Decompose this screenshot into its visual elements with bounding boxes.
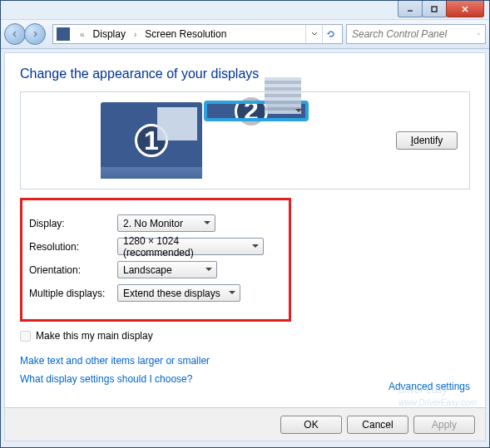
multiple-displays-select[interactable]: Extend these displays bbox=[117, 284, 240, 302]
monitor-number: 2 bbox=[235, 95, 268, 128]
orientation-label: Orientation: bbox=[29, 264, 117, 276]
advanced-settings-link[interactable]: Advanced settings bbox=[389, 381, 470, 392]
orientation-select[interactable]: Landscape bbox=[117, 261, 217, 278]
breadcrumb-root-chevron[interactable]: « bbox=[80, 30, 85, 39]
window-controls bbox=[398, 1, 484, 17]
breadcrumb-screen-resolution[interactable]: Screen Resolution bbox=[141, 27, 230, 42]
control-panel-icon bbox=[57, 27, 70, 41]
ok-button[interactable]: OK bbox=[280, 416, 342, 434]
monitor-1[interactable]: 1 bbox=[101, 102, 202, 179]
chevron-right-icon: › bbox=[134, 30, 136, 39]
svg-line-3 bbox=[479, 34, 480, 35]
display-label: Display: bbox=[29, 218, 117, 229]
close-button[interactable] bbox=[446, 1, 484, 17]
svg-rect-1 bbox=[432, 7, 437, 12]
back-button[interactable] bbox=[4, 23, 26, 45]
monitor-preview-panel: 1 2 Identify bbox=[20, 91, 470, 190]
search-input[interactable] bbox=[352, 28, 478, 40]
cancel-button[interactable]: Cancel bbox=[347, 416, 408, 434]
monitor-2[interactable]: 2 bbox=[205, 102, 307, 120]
forward-button[interactable] bbox=[24, 23, 46, 45]
nav-bar: « Display › Screen Resolution bbox=[1, 19, 489, 49]
search-box[interactable] bbox=[346, 24, 486, 44]
display-select[interactable]: 2. No Monitor bbox=[117, 214, 215, 232]
multiple-displays-label: Multiple displays: bbox=[29, 288, 117, 299]
resolution-label: Resolution: bbox=[29, 241, 117, 253]
button-bar: OK Cancel Apply bbox=[5, 407, 485, 441]
monitor-window-icon bbox=[157, 107, 197, 140]
address-bar[interactable]: « Display › Screen Resolution bbox=[52, 24, 343, 44]
breadcrumb-display[interactable]: Display bbox=[90, 27, 129, 42]
content-area: Change the appearance of your displays 1… bbox=[4, 52, 486, 441]
monitor-calendar-icon bbox=[265, 77, 301, 114]
settings-highlight-box: Display: 2. No Monitor Resolution: 1280 … bbox=[20, 198, 291, 322]
identify-button[interactable]: Identify bbox=[396, 131, 458, 150]
main-display-label: Make this my main display bbox=[36, 330, 153, 342]
search-icon bbox=[478, 28, 480, 40]
main-display-checkbox bbox=[20, 331, 31, 342]
window-frame: « Display › Screen Resolution Change the… bbox=[0, 0, 490, 448]
text-size-link[interactable]: Make text and other items larger or smal… bbox=[20, 355, 470, 367]
minimize-button[interactable] bbox=[398, 1, 423, 17]
maximize-button[interactable] bbox=[422, 1, 447, 17]
refresh-button[interactable] bbox=[322, 25, 339, 43]
svg-point-2 bbox=[478, 33, 479, 35]
apply-button[interactable]: Apply bbox=[413, 416, 475, 434]
page-heading: Change the appearance of your displays bbox=[20, 66, 470, 81]
address-dropdown[interactable] bbox=[305, 25, 322, 43]
resolution-select[interactable]: 1280 × 1024 (recommended) bbox=[117, 238, 264, 255]
